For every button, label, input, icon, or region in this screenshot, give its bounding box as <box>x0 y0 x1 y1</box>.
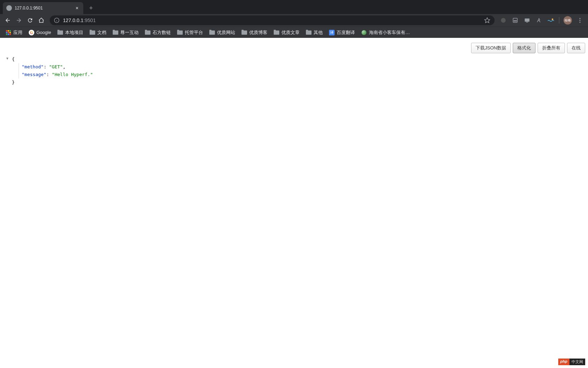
browser-toolbar: 127.0.0.1:9501 桂锋 <box>0 14 588 27</box>
bookmark-folder[interactable]: 石方数链 <box>142 28 174 37</box>
svg-point-7 <box>516 20 517 21</box>
bookmark-translate[interactable]: 译 百度翻译 <box>326 28 358 37</box>
bookmark-hainan[interactable]: 海南省小客车保有… <box>358 28 413 37</box>
folder-icon <box>241 30 247 35</box>
new-tab-button[interactable]: + <box>86 3 96 13</box>
url-port: :9501 <box>83 18 96 23</box>
badge-right: 中文网 <box>569 359 585 365</box>
svg-marker-3 <box>485 18 490 23</box>
extension-icon-1[interactable] <box>499 16 507 25</box>
bookmark-folder[interactable]: 优质网站 <box>206 28 238 37</box>
svg-point-11 <box>580 18 581 19</box>
json-tree: ▼ { "method": "GET", "message": "Hello H… <box>0 38 588 86</box>
json-close-brace: } <box>6 79 588 86</box>
svg-point-6 <box>514 20 515 21</box>
bookmark-label: 本地项目 <box>65 29 83 36</box>
folder-icon <box>274 30 279 35</box>
home-button[interactable] <box>36 15 46 25</box>
bookmark-label: 优质文章 <box>281 29 300 36</box>
json-open-brace: { <box>6 55 588 63</box>
extension-icon-3[interactable] <box>523 16 531 25</box>
extension-icon-5[interactable] <box>547 16 555 25</box>
url-host: 127.0.0.1 <box>63 18 83 23</box>
bookmark-apps[interactable]: 应用 <box>3 28 25 37</box>
bookmark-folder[interactable]: 优质博客 <box>239 28 270 37</box>
toolbar-separator <box>559 17 559 23</box>
apps-icon <box>6 30 11 35</box>
collapse-toggle-icon[interactable]: ▼ <box>6 55 8 61</box>
svg-rect-8 <box>525 19 530 22</box>
bookmark-google[interactable]: Google <box>26 28 54 37</box>
svg-point-10 <box>552 19 553 20</box>
bookmark-folder[interactable]: 本地项目 <box>55 28 86 37</box>
bookmark-folder[interactable]: 优质文章 <box>271 28 302 37</box>
json-property: "method": "GET", <box>6 63 588 71</box>
watermark-badge: php 中文网 <box>558 359 585 365</box>
json-value: "Hello Hyperf." <box>52 72 93 77</box>
extension-icon-2[interactable] <box>511 16 519 25</box>
json-value: "GET" <box>49 64 63 69</box>
svg-rect-9 <box>526 22 528 23</box>
json-property: "message": "Hello Hyperf." <box>6 71 588 79</box>
back-button[interactable] <box>3 15 13 25</box>
bookmark-label: 应用 <box>13 29 22 36</box>
bookmark-folder[interactable]: 其他 <box>303 28 326 37</box>
bookmark-label: Google <box>36 30 51 35</box>
bookmark-label: 托管平台 <box>185 29 203 36</box>
tab-favicon <box>6 5 12 11</box>
folder-icon <box>306 30 312 35</box>
bookmark-folder[interactable]: 托管平台 <box>174 28 206 37</box>
bookmark-folder[interactable]: 尊一互动 <box>110 28 141 37</box>
badge-left: php <box>558 359 569 365</box>
folder-icon <box>57 30 63 35</box>
forward-button[interactable] <box>14 15 24 25</box>
svg-rect-5 <box>513 18 517 22</box>
bookmark-label: 百度翻译 <box>337 29 355 36</box>
svg-point-12 <box>580 20 581 21</box>
bookmarks-bar: 应用 Google 本地项目 文档 尊一互动 石方数链 托管平台 优质网站 优质… <box>0 27 588 38</box>
bookmark-label: 海南省小客车保有… <box>369 29 410 36</box>
menu-icon[interactable] <box>576 16 584 25</box>
bookmark-label: 石方数链 <box>153 29 171 36</box>
globe-icon <box>361 30 367 35</box>
translate-icon: 译 <box>329 30 335 35</box>
json-key: "message" <box>22 72 46 77</box>
bookmark-label: 优质博客 <box>249 29 267 36</box>
folder-icon <box>209 30 215 35</box>
bookmark-label: 尊一互动 <box>120 29 139 36</box>
svg-point-4 <box>501 18 506 23</box>
svg-point-13 <box>580 22 581 23</box>
google-icon <box>29 30 34 35</box>
reload-button[interactable] <box>25 15 35 25</box>
folder-icon <box>177 30 183 35</box>
json-key: "method" <box>22 64 44 69</box>
address-bar[interactable]: 127.0.0.1:9501 <box>50 15 495 25</box>
tab-bar: 127.0.0.1:9501 × + <box>0 0 588 14</box>
site-info-icon[interactable] <box>54 18 59 23</box>
folder-icon <box>113 30 118 35</box>
bookmark-label: 优质网站 <box>217 29 235 36</box>
bookmark-folder[interactable]: 文档 <box>87 28 109 37</box>
close-icon[interactable]: × <box>74 5 80 11</box>
bookmark-star-icon[interactable] <box>484 17 490 23</box>
folder-icon <box>90 30 95 35</box>
tab-title: 127.0.0.1:9501 <box>15 6 74 11</box>
folder-icon <box>145 30 150 35</box>
browser-tab[interactable]: 127.0.0.1:9501 × <box>3 2 83 14</box>
page-content: 下载JSON数据 格式化 折叠所有 在线 ▼ { "method": "GET"… <box>0 38 588 368</box>
profile-avatar[interactable]: 桂锋 <box>564 16 572 25</box>
extension-icon-4[interactable] <box>535 16 543 25</box>
bookmark-label: 其他 <box>314 29 323 36</box>
bookmark-label: 文档 <box>97 29 106 36</box>
